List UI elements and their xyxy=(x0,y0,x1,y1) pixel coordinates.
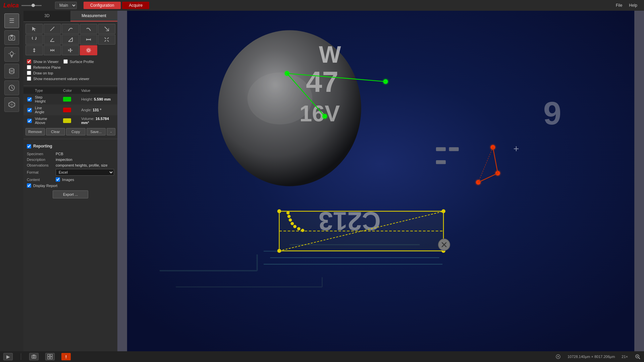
sidebar-icon-list[interactable]: ☰ xyxy=(4,13,19,28)
images-checkbox[interactable] xyxy=(56,177,60,182)
svg-line-22 xyxy=(50,27,54,31)
specimen-label: Specimen xyxy=(27,152,54,156)
reporting-checkbox[interactable] xyxy=(27,144,31,148)
line-angle-color-swatch xyxy=(63,108,71,112)
svg-rect-107 xyxy=(50,357,52,359)
volume-above-checkbox[interactable] xyxy=(25,119,34,123)
svg-line-35 xyxy=(105,38,106,39)
h-arrows-btn[interactable] xyxy=(44,45,61,55)
svg-line-37 xyxy=(105,40,106,42)
snapshot-button[interactable] xyxy=(29,353,39,360)
svg-point-3 xyxy=(10,52,13,55)
reference-plane-label: Reference Plane xyxy=(33,65,61,69)
export-button[interactable]: Export ... xyxy=(53,190,88,198)
coordinates-icon xyxy=(555,354,561,359)
status-bar: ▶ ! 10728.140μm × 8017.206μm 21× xyxy=(0,351,644,362)
arc-tool-3-btn[interactable] xyxy=(98,24,115,34)
file-menu[interactable]: File xyxy=(616,3,622,8)
vert-arrows-btn[interactable] xyxy=(25,45,43,55)
svg-rect-65 xyxy=(436,147,446,151)
draw-on-top-checkbox[interactable] xyxy=(27,71,31,75)
zoom-icon[interactable] xyxy=(635,354,641,360)
show-in-viewer-label: Show in Viewer xyxy=(33,60,59,64)
show-in-viewer-checkbox[interactable] xyxy=(27,59,31,64)
sidebar-icon-camera[interactable] xyxy=(4,30,19,45)
step-height-color-swatch xyxy=(63,97,71,102)
arc-tool-1-btn[interactable] xyxy=(62,24,79,34)
col-type: Type xyxy=(35,88,62,93)
svg-point-52 xyxy=(87,48,91,52)
sidebar-icon-history[interactable] xyxy=(4,80,19,95)
angle-tool-btn[interactable] xyxy=(44,35,61,45)
svg-line-25 xyxy=(50,38,53,42)
step-height-type: Step Height xyxy=(35,95,62,103)
play-button[interactable]: ▶ xyxy=(3,353,13,360)
line-angle-value: Angle: 131 ° xyxy=(81,108,115,112)
svg-rect-66 xyxy=(449,147,459,151)
display-report-label: Display Report xyxy=(33,184,57,188)
arc-tool-2-btn[interactable] xyxy=(80,24,97,34)
surface-profile-label: Surface Profile xyxy=(70,60,94,64)
more-button[interactable]: - xyxy=(107,128,115,135)
viewport-svg: W 47 16V C213 9 + xyxy=(117,11,644,351)
slider-track[interactable] xyxy=(21,5,42,6)
acquire-button[interactable]: Acquire xyxy=(122,2,149,9)
svg-rect-2 xyxy=(10,35,13,36)
help-menu[interactable]: Help xyxy=(629,3,637,8)
col-check xyxy=(25,88,34,93)
svg-point-91 xyxy=(297,227,301,231)
main-dropdown[interactable]: Main xyxy=(55,2,77,9)
svg-rect-105 xyxy=(50,354,52,356)
display-report-checkbox[interactable] xyxy=(27,183,31,188)
svg-rect-67 xyxy=(436,160,446,164)
svg-point-88 xyxy=(289,218,292,222)
warning-button[interactable]: ! xyxy=(61,353,71,360)
tool-grid xyxy=(23,22,117,57)
sidebar-icon-cube[interactable] xyxy=(4,97,19,112)
svg-text:+: + xyxy=(514,143,519,154)
icon-sidebar: ☰ xyxy=(0,11,23,362)
show-measurement-checkbox[interactable] xyxy=(27,76,31,81)
sidebar-icon-light[interactable] xyxy=(4,47,19,62)
combined-arrows-btn[interactable] xyxy=(62,45,79,55)
rotate-tool-btn[interactable] xyxy=(25,35,43,45)
select-tool-btn[interactable] xyxy=(25,24,43,34)
svg-rect-106 xyxy=(48,357,50,359)
configuration-button[interactable]: Configuration xyxy=(84,2,121,9)
clear-button[interactable]: Clear xyxy=(46,128,65,135)
observations-value: component heights, profile, size xyxy=(56,163,114,167)
svg-line-38 xyxy=(107,38,109,39)
line-angle-checkbox[interactable] xyxy=(25,108,34,112)
format-select[interactable]: Excel PDF CSV xyxy=(56,169,114,176)
description-value: inspection xyxy=(56,158,114,162)
observations-label: Observations xyxy=(27,163,54,167)
slider-area[interactable] xyxy=(21,5,42,6)
svg-text:W: W xyxy=(319,42,341,68)
slider-thumb[interactable] xyxy=(32,4,35,7)
file-help-menu: File Help xyxy=(616,3,637,8)
svg-marker-41 xyxy=(33,51,36,52)
viewport[interactable]: W 47 16V C213 9 + xyxy=(117,11,644,351)
settings-tool-btn[interactable] xyxy=(80,45,97,55)
svg-point-94 xyxy=(441,209,445,213)
expand-tool-btn[interactable] xyxy=(98,35,115,45)
save-button[interactable]: Save... xyxy=(87,128,106,135)
grid-button[interactable] xyxy=(45,353,55,360)
svg-rect-103 xyxy=(33,355,35,355)
svg-marker-43 xyxy=(50,49,52,52)
remove-button[interactable]: Remove xyxy=(25,128,45,135)
tab-measurement[interactable]: Measurement xyxy=(70,11,117,21)
measurements-header: Type Color Value xyxy=(23,87,117,94)
tab-3d[interactable]: 3D xyxy=(23,11,70,21)
angle-tool-2-btn[interactable] xyxy=(62,35,79,45)
reference-plane-checkbox[interactable] xyxy=(27,65,31,69)
col-value: Value xyxy=(81,88,115,93)
surface-profile-checkbox[interactable] xyxy=(63,59,68,64)
sidebar-icon-cylinder[interactable] xyxy=(4,64,19,78)
copy-button[interactable]: Copy xyxy=(66,128,86,135)
step-height-checkbox[interactable] xyxy=(25,97,34,102)
nav-buttons: Configuration Acquire xyxy=(84,2,149,9)
ruler-tool-btn[interactable] xyxy=(80,35,97,45)
logo: Leica xyxy=(3,2,19,9)
line-tool-btn[interactable] xyxy=(44,24,61,34)
